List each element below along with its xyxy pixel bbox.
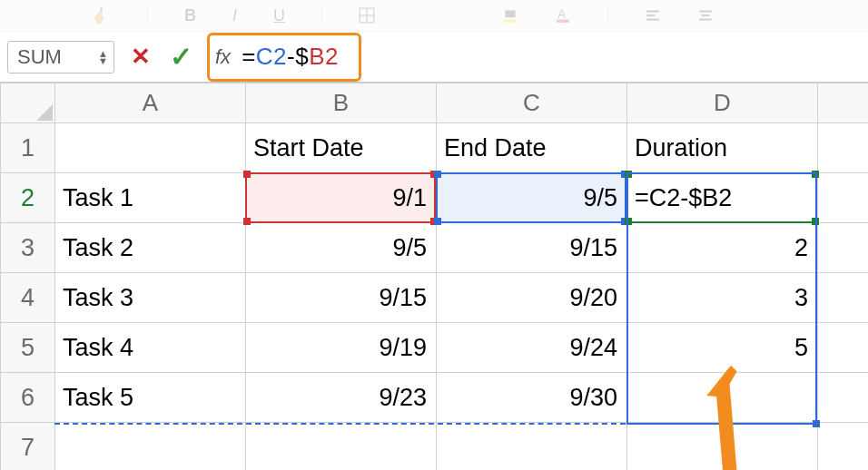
fx-label[interactable]: fx [215,45,231,69]
cell-A2[interactable]: Task 1 [55,173,246,223]
cell-E1[interactable] [818,123,869,173]
accept-button[interactable]: ✓ [167,44,194,71]
cell-A7[interactable] [55,423,246,471]
cell-A3[interactable]: Task 2 [55,223,246,273]
cell-B1[interactable]: Start Date [246,123,437,173]
cell-D6[interactable] [627,373,818,423]
cell-D3[interactable]: 2 [627,223,818,273]
row-7: 7 [1,423,869,471]
cell-A5[interactable]: Task 4 [55,323,246,373]
svg-rect-4 [504,20,517,23]
cell-E6[interactable] [818,373,869,423]
font-color-icon[interactable]: A [555,7,571,24]
row-6: 6 Task 5 9/23 9/30 [1,373,869,423]
fill-color-icon[interactable] [502,7,518,24]
col-header-C[interactable]: C [437,83,627,123]
cell-B6[interactable]: 9/23 [246,373,437,423]
cell-D2-editing[interactable]: =C2-$B2 [627,173,818,223]
row-header-1[interactable]: 1 [1,123,55,173]
cancel-button[interactable]: ✕ [127,44,154,71]
row-header-7[interactable]: 7 [1,423,55,471]
row-2: 2 Task 1 9/1 9/5 =C2-$B2 [1,173,869,223]
formula-input[interactable]: =C2-$B2 [234,41,346,73]
formula-highlight-box: fx =C2-$B2 [207,33,361,82]
borders-icon[interactable] [359,7,375,24]
row-5: 5 Task 4 9/19 9/24 5 [1,323,869,373]
formula-bar: SUM ▲▼ ✕ ✓ fx =C2-$B2 [0,32,868,83]
row-header-4[interactable]: 4 [1,273,55,323]
spreadsheet-grid[interactable]: A B C D 1 Start Date End Date Duration 2… [0,83,868,470]
row-header-2[interactable]: 2 [1,173,55,223]
ribbon-toolbar: B I U A [0,0,868,32]
cell-C4[interactable]: 9/20 [437,273,627,323]
cell-D4[interactable]: 3 [627,273,818,323]
cell-E4[interactable] [818,273,869,323]
cell-C7[interactable] [437,423,627,471]
col-header-B[interactable]: B [246,83,437,123]
cell-E3[interactable] [818,223,869,273]
cell-E7[interactable] [818,423,869,471]
cell-B3[interactable]: 9/5 [246,223,437,273]
cell-D7[interactable] [627,423,818,471]
align-center-icon[interactable] [697,7,714,24]
col-header-E[interactable] [818,83,869,123]
cell-C3[interactable]: 9/15 [437,223,627,273]
svg-marker-13 [36,104,53,121]
col-header-D[interactable]: D [627,83,818,123]
row-header-6[interactable]: 6 [1,373,55,423]
select-all-corner[interactable] [1,83,55,123]
cell-D5[interactable]: 5 [627,323,818,373]
cell-B5[interactable]: 9/19 [246,323,437,373]
column-header-row: A B C D [1,83,869,123]
cell-C6[interactable]: 9/30 [437,373,627,423]
cell-B4[interactable]: 9/15 [246,273,437,323]
svg-rect-0 [100,7,103,13]
cell-A1[interactable] [55,123,246,173]
cell-B2[interactable]: 9/1 [246,173,437,223]
italic-button[interactable]: I [232,6,237,25]
name-box-value: SUM [17,45,62,69]
cell-A6[interactable]: Task 5 [55,373,246,423]
bold-button[interactable]: B [184,6,196,25]
row-header-5[interactable]: 5 [1,323,55,373]
row-4: 4 Task 3 9/15 9/20 3 [1,273,869,323]
row-header-3[interactable]: 3 [1,223,55,273]
svg-rect-6 [557,20,569,23]
format-painter-icon [91,5,111,25]
cell-D1[interactable]: Duration [627,123,818,173]
underline-button[interactable]: U [273,6,285,25]
cell-E2[interactable] [818,173,869,223]
col-header-A[interactable]: A [55,83,246,123]
cell-C2[interactable]: 9/5 [437,173,627,223]
name-box-stepper-icon[interactable]: ▲▼ [98,50,108,64]
align-left-icon[interactable] [645,7,661,24]
cell-C1[interactable]: End Date [437,123,627,173]
cell-B7[interactable] [246,423,437,471]
row-3: 3 Task 2 9/5 9/15 2 [1,223,869,273]
cell-E5[interactable] [818,323,869,373]
row-1: 1 Start Date End Date Duration [1,123,869,173]
svg-text:A: A [557,8,566,21]
cell-A4[interactable]: Task 3 [55,273,246,323]
name-box[interactable]: SUM ▲▼ [7,41,114,73]
cell-C5[interactable]: 9/24 [437,323,627,373]
